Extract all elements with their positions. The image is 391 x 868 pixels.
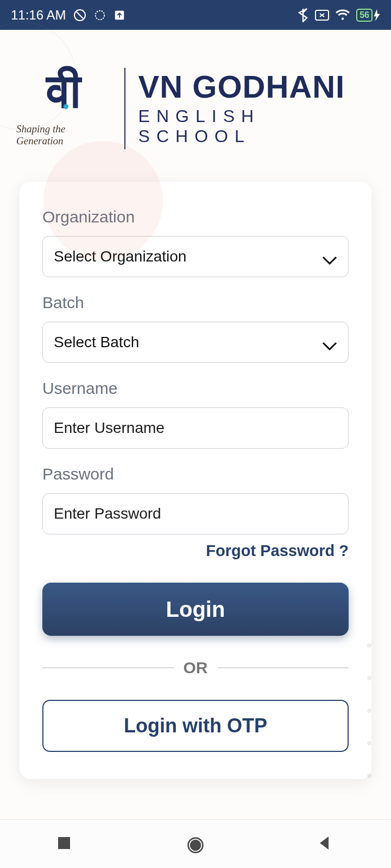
- vertical-divider: [124, 68, 125, 149]
- divider: [218, 667, 349, 668]
- status-time: 11:16 AM: [11, 8, 66, 23]
- chevron-down-icon: [322, 252, 337, 261]
- login-card: Organization Select Organization Batch S…: [20, 182, 371, 779]
- username-label: Username: [42, 379, 349, 398]
- login-with-otp-button[interactable]: Login with OTP: [42, 700, 349, 752]
- school-name-primary: VN GODHANI: [138, 71, 375, 104]
- back-icon[interactable]: [317, 835, 335, 853]
- bluetooth-icon: [298, 8, 308, 22]
- password-input[interactable]: [54, 494, 337, 534]
- svg-point-7: [191, 840, 200, 850]
- svg-point-2: [96, 10, 105, 20]
- organization-select[interactable]: Select Organization: [42, 236, 349, 277]
- battery-percent: 56: [356, 9, 373, 22]
- password-label: Password: [42, 465, 349, 483]
- screen-icon: [315, 10, 329, 21]
- or-separator: OR: [184, 659, 208, 677]
- batch-select[interactable]: Select Batch: [42, 322, 349, 363]
- logo-mark: वी: [47, 70, 81, 113]
- chevron-down-icon: [322, 337, 337, 347]
- school-name-secondary: ENGLISH SCHOOL: [138, 106, 375, 146]
- home-icon[interactable]: [186, 835, 205, 853]
- upload-icon: [113, 9, 125, 21]
- battery-indicator: 56: [356, 9, 380, 22]
- organization-label: Organization: [42, 208, 349, 226]
- organization-select-value: Select Organization: [54, 248, 186, 265]
- divider: [42, 667, 174, 668]
- system-navbar: [0, 819, 391, 868]
- status-bar: 11:16 AM 56: [0, 0, 391, 30]
- brand-header: वी Shaping the Generation VN GODHANI ENG…: [0, 30, 391, 171]
- svg-rect-5: [58, 837, 70, 849]
- sync-icon: [94, 9, 106, 21]
- forgot-password-link[interactable]: Forgot Password ?: [42, 542, 349, 560]
- wifi-icon: [336, 9, 350, 21]
- logo-text: वी: [47, 65, 81, 118]
- login-button[interactable]: Login: [42, 583, 349, 636]
- batch-label: Batch: [42, 293, 349, 312]
- logo-tagline: Shaping the Generation: [16, 123, 111, 147]
- charging-icon: [374, 9, 380, 21]
- dnd-icon: [73, 9, 86, 22]
- recent-apps-icon[interactable]: [56, 835, 74, 853]
- username-input[interactable]: [54, 408, 337, 448]
- batch-select-value: Select Batch: [54, 334, 139, 351]
- svg-line-1: [77, 12, 83, 18]
